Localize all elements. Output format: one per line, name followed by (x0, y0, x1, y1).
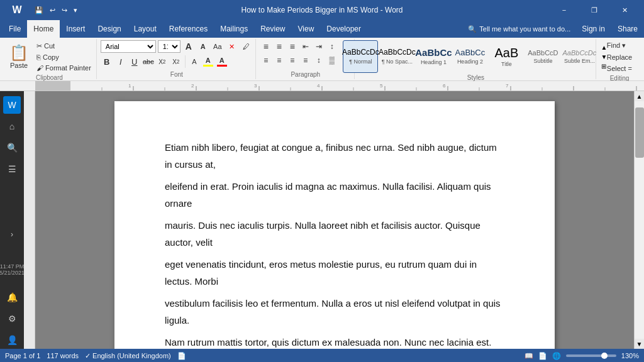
cut-button[interactable]: ✂ Cut (34, 41, 94, 52)
text-highlight-button[interactable]: 🖊 (240, 40, 253, 53)
sign-in-button[interactable]: Sign in (575, 20, 611, 38)
document-area[interactable]: Etiam nibh libero, feugiat at congue a, … (35, 91, 634, 349)
numbering-button[interactable]: ≡ (273, 40, 286, 53)
align-left-button[interactable]: ≡ (260, 54, 272, 67)
ruler-svg: 1 2 3 4 5 6 7 (35, 81, 644, 91)
text-highlight-color-button[interactable]: A (202, 55, 214, 68)
tab-review[interactable]: Review (254, 20, 291, 38)
tab-file[interactable]: File (3, 20, 27, 38)
left-panel-search-icon[interactable]: 🔍 (3, 139, 21, 156)
language-display[interactable]: ✓ English (United Kingdom) (85, 352, 171, 360)
strikethrough-button[interactable]: abc (142, 55, 155, 68)
format-painter-button[interactable]: 🖌 Format Painter (34, 63, 94, 73)
font-case-button[interactable]: Aa (211, 40, 224, 53)
replace-button[interactable]: Replace (604, 52, 635, 62)
paragraph-5: vestibulum facilisis leo et fermentum. N… (165, 295, 504, 329)
share-button[interactable]: Share (611, 20, 644, 38)
font-color-bar (217, 65, 227, 67)
save-button[interactable]: 💾 (33, 5, 45, 16)
scroll-up-button[interactable]: ▲ (635, 91, 645, 101)
align-right-button[interactable]: ≡ (286, 54, 299, 67)
svg-text:1: 1 (128, 83, 131, 89)
tab-layout[interactable]: Layout (128, 20, 163, 38)
more-button[interactable]: ▾ (72, 5, 79, 16)
decrease-indent-button[interactable]: ⇤ (299, 40, 312, 53)
clear-format-button[interactable]: ✕ (226, 40, 238, 53)
line-spacing-button[interactable]: ↕ (313, 54, 325, 67)
settings-icon[interactable]: ⚙ (3, 310, 21, 327)
font-group: Arial 11 A A Aa ✕ 🖊 B I U abc X2 (98, 39, 256, 79)
redo-button[interactable]: ↪ (60, 5, 69, 16)
web-layout-icon[interactable]: 🌐 (552, 352, 561, 360)
increase-indent-button[interactable]: ⇥ (313, 40, 325, 53)
multilevel-list-button[interactable]: ≡ (286, 40, 299, 53)
scroll-down-button[interactable]: ▼ (635, 339, 645, 349)
style-no-spacing[interactable]: AaBbCcDc ¶ No Spac... (379, 40, 414, 73)
scroll-thumb[interactable] (635, 107, 644, 158)
style-subtle[interactable]: AaBbCcDc Subtle Em... (562, 40, 597, 73)
font-grow-button[interactable]: A (182, 40, 195, 53)
left-panel-menu-icon[interactable]: ☰ (3, 160, 21, 178)
tab-insert[interactable]: Insert (60, 20, 91, 38)
notifications-icon[interactable]: 🔔 (3, 288, 21, 306)
zoom-level[interactable]: 130% (621, 352, 639, 359)
left-panel: W ⌂ 🔍 ☰ › 11:47 PM 5/21/2021 🔔 ⚙ 👤 (0, 91, 24, 349)
bold-button[interactable]: B (101, 55, 113, 68)
zoom-slider[interactable] (566, 354, 616, 357)
superscript-button[interactable]: X2 (170, 55, 182, 68)
font-name-select[interactable]: Arial (101, 40, 156, 53)
toolbar: 📋 Paste ✂ Cut ⎘ Copy 🖌 Format Painter Cl… (0, 38, 644, 80)
paragraph-content: ≡ ≡ ≡ ⇤ ⇥ ↕ ¶ ≡ ≡ ≡ ≡ ↕ ▒ ⊞ (260, 40, 352, 70)
text-effects-button[interactable]: A (188, 55, 201, 68)
print-layout-icon[interactable]: 📄 (538, 352, 547, 360)
underline-button[interactable]: U (128, 55, 141, 68)
restore-button[interactable]: ❐ (580, 0, 609, 20)
left-panel-home-icon[interactable]: ⌂ (3, 118, 21, 135)
read-mode-icon[interactable]: 📖 (525, 352, 533, 360)
tab-view[interactable]: View (292, 20, 321, 38)
font-color-button[interactable]: A (216, 55, 228, 68)
bullets-button[interactable]: ≡ (260, 40, 272, 53)
tab-mailings[interactable]: Mailings (214, 20, 254, 38)
style-normal-preview: AaBbCcDc (342, 48, 379, 57)
title-bar-controls: − ❐ ✕ (550, 0, 639, 20)
word-logo: W (5, 0, 29, 20)
tab-home[interactable]: Home (27, 20, 60, 38)
minimize-button[interactable]: − (550, 0, 579, 20)
align-center-button[interactable]: ≡ (273, 54, 286, 67)
sort-button[interactable]: ↕ (326, 40, 338, 53)
tab-references[interactable]: References (163, 20, 214, 38)
subscript-button[interactable]: X2 (156, 55, 169, 68)
find-button[interactable]: Find ▾ (604, 40, 628, 51)
tab-developer[interactable]: Developer (320, 20, 367, 38)
editing-group: Find ▾ Replace Select = Editing (597, 39, 641, 79)
style-heading1[interactable]: AaBbCc Heading 1 (416, 40, 451, 73)
italic-button[interactable]: I (114, 55, 127, 68)
tab-design[interactable]: Design (91, 20, 127, 38)
zoom-thumb[interactable] (601, 353, 608, 359)
paste-button[interactable]: 📋 Paste (5, 40, 33, 73)
font-shrink-button[interactable]: A (197, 40, 209, 53)
paragraph-3: mauris. Duis nec iaculis turpis. Nulla l… (165, 217, 504, 251)
style-h2-preview: AaBbCc (455, 48, 486, 57)
left-margin (24, 91, 35, 349)
undo-button[interactable]: ↩ (48, 5, 57, 16)
tell-me-input[interactable]: 🔍 Tell me what you want to do... (468, 25, 570, 33)
copy-button[interactable]: ⎘ Copy (34, 52, 94, 62)
style-normal[interactable]: AaBbCcDc ¶ Normal (343, 40, 378, 73)
close-button[interactable]: ✕ (610, 0, 639, 20)
justify-button[interactable]: ≡ (299, 54, 312, 67)
style-heading2[interactable]: AaBbCc Heading 2 (452, 40, 487, 73)
style-title[interactable]: AaB Title (489, 40, 524, 73)
user-icon[interactable]: 👤 (3, 331, 21, 349)
left-panel-word-icon[interactable]: W (3, 96, 21, 114)
paragraph-group: ≡ ≡ ≡ ⇤ ⇥ ↕ ¶ ≡ ≡ ≡ ≡ ↕ ▒ ⊞ Pa (257, 39, 355, 79)
collapse-panel-button[interactable]: › (3, 226, 21, 243)
clipboard-small-buttons: ✂ Cut ⎘ Copy 🖌 Format Painter (34, 41, 94, 73)
scroll-track[interactable] (635, 101, 644, 339)
shading-button[interactable]: ▒ (326, 54, 338, 67)
style-subtitle[interactable]: AaBbCcD Subtitle (525, 40, 560, 73)
select-button[interactable]: Select = (604, 63, 635, 74)
font-size-select[interactable]: 11 (158, 40, 180, 53)
quick-access: 💾 ↩ ↪ ▾ (33, 5, 79, 16)
